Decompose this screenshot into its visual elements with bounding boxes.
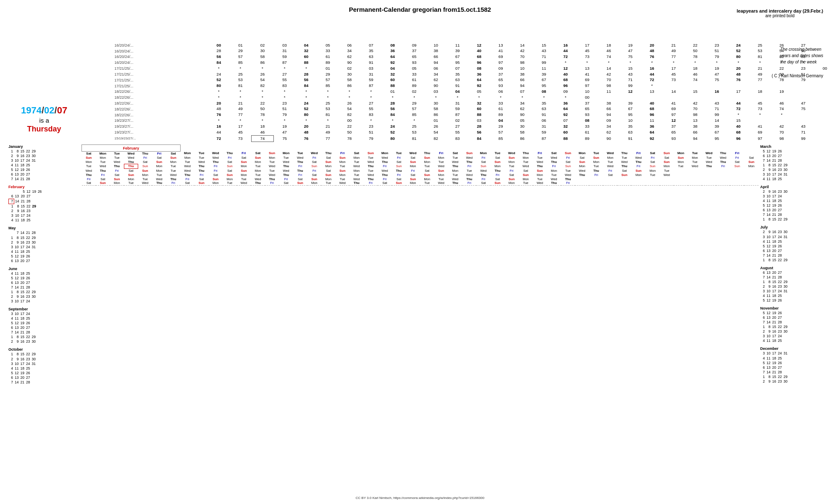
display-day: 07 xyxy=(57,105,67,116)
month-may: May 7142128 18152229 29162330 310172431 … xyxy=(8,226,80,263)
month-july: July 29162330 310172431 4111825 5121926 … xyxy=(760,225,832,262)
main-container: Permanent-Calendar gregorian from15.oct.… xyxy=(0,0,840,504)
calendar-main-layout: January 18152229 29162330 310172431 4111… xyxy=(8,144,832,388)
month-february: February 5121926 6132027 7142128 1815222… xyxy=(8,185,80,223)
date-display: 1974/02/07 is a Thursday xyxy=(21,105,67,134)
month-june: June 4111825 5121926 6132027 7142128 181… xyxy=(8,267,80,304)
month-august: August 6132027 7142128 18152229 29162330… xyxy=(760,266,832,303)
month-march: March 5121926 6132027 7142128 18152229 2… xyxy=(760,144,832,181)
center-calendar: February SatMonTueWedThuFri SatMonTueWed… xyxy=(81,144,759,388)
month-january: January 18152229 29162330 310172431 4111… xyxy=(8,144,80,181)
month-november: November 5121926 6132027 7142128 1815222… xyxy=(760,306,832,343)
month-december: December 310172431 4111825 5121926 61320… xyxy=(760,346,832,383)
right-months: March 5121926 6132027 7142128 18152229 2… xyxy=(760,144,832,388)
bands-table-2 xyxy=(81,186,759,192)
number-grid-area: 16/20/24/... 000102030405060708091011121… xyxy=(113,42,836,142)
month-september: September 3101724 4111825 5121926 613202… xyxy=(8,307,80,344)
month-bands-rest xyxy=(81,186,759,192)
month-october: October 18152229 29162330 310172431 4111… xyxy=(8,347,80,384)
copyright-note: ( C ) Karl Nimtsch Germany xyxy=(772,74,823,78)
month-april: April 29162330 3101724 4111825 5121926 6… xyxy=(760,185,832,222)
page-title: Permanent-Calendar gregorian from15.oct.… xyxy=(4,6,836,13)
footer-credit: CC BY 3.0 Karl Nimtsch, https://commons.… xyxy=(356,496,484,500)
band-calendar-table: February SatMonTueWedThuFri SatMonTueWed… xyxy=(81,144,759,186)
display-month: 02 xyxy=(44,105,54,116)
leap-note: leapyears and intercalery day (29.Febr.)… xyxy=(737,8,823,18)
crossing-note: The crossing between years and dates sho… xyxy=(780,46,823,65)
display-year: 1974 xyxy=(21,105,42,116)
day-of-week: Thursday xyxy=(27,125,61,133)
is-a-label: is a xyxy=(21,117,67,124)
number-grid: 16/20/24/... 000102030405060708091011121… xyxy=(113,42,836,142)
left-months: January 18152229 29162330 310172431 4111… xyxy=(8,144,80,388)
